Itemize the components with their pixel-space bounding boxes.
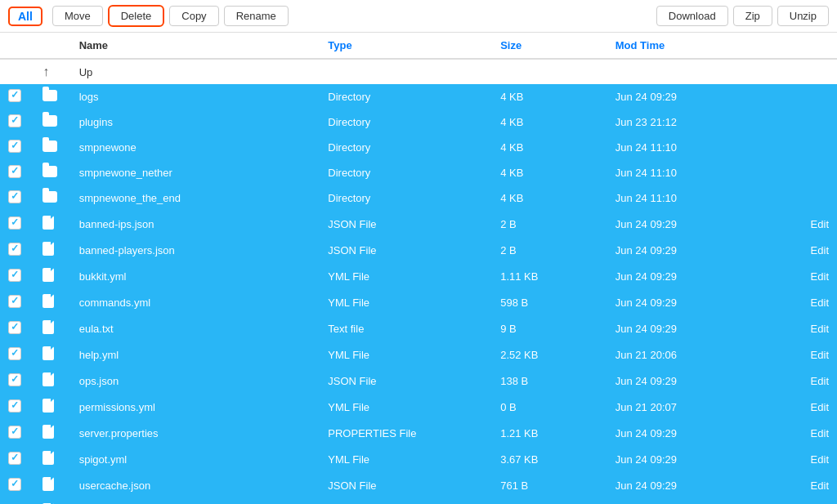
row-name[interactable]: usercache.json — [71, 472, 320, 498]
folder-icon — [43, 90, 57, 101]
edit-link[interactable]: Edit — [811, 427, 829, 439]
row-name[interactable]: ops.json — [71, 368, 320, 394]
edit-link[interactable]: Edit — [811, 218, 829, 230]
checkbox[interactable] — [8, 190, 21, 203]
all-button[interactable]: All — [8, 7, 43, 26]
checkbox[interactable] — [8, 321, 21, 334]
up-name[interactable]: Up — [71, 59, 320, 84]
checkbox[interactable] — [8, 295, 21, 308]
checkbox[interactable] — [8, 426, 21, 439]
row-check[interactable] — [0, 84, 34, 109]
checkbox[interactable] — [8, 399, 21, 413]
checkbox[interactable] — [8, 89, 21, 102]
row-check[interactable] — [0, 368, 34, 394]
checkbox[interactable] — [8, 140, 21, 153]
row-name[interactable]: smpnewone — [71, 135, 320, 160]
row-size: 4 KB — [492, 109, 607, 135]
file-icon — [43, 346, 54, 360]
row-type: JSON File — [320, 368, 492, 394]
download-button[interactable]: Download — [656, 6, 728, 26]
row-name[interactable]: smpnewone_nether — [71, 160, 320, 185]
row-name[interactable]: plugins — [71, 109, 320, 135]
row-size: 138 B — [492, 368, 607, 394]
row-check[interactable] — [0, 341, 34, 368]
copy-button[interactable]: Copy — [169, 6, 218, 26]
row-check[interactable] — [0, 498, 34, 504]
row-icon-cell — [34, 135, 71, 160]
edit-link[interactable]: Edit — [811, 401, 829, 413]
row-name[interactable]: eula.txt — [71, 315, 320, 341]
row-check[interactable] — [0, 211, 34, 237]
row-size: 2.52 KB — [492, 341, 607, 368]
row-name[interactable]: commands.yml — [71, 289, 320, 315]
move-button[interactable]: Move — [52, 6, 103, 26]
row-mod-time: Jun 23 21:12 — [607, 109, 780, 135]
row-mod-time: Jun 21 20:07 — [607, 394, 780, 420]
up-type — [320, 59, 492, 84]
table-row: whitelist.json JSON File 2 B Jun 21 20:0… — [0, 498, 837, 504]
edit-link[interactable]: Edit — [811, 479, 829, 492]
row-name[interactable]: server.properties — [71, 420, 320, 446]
edit-link[interactable]: Edit — [811, 270, 829, 283]
row-icon-cell — [34, 185, 71, 211]
row-name[interactable]: logs — [71, 84, 320, 109]
checkbox[interactable] — [8, 478, 21, 491]
edit-link[interactable]: Edit — [811, 297, 829, 309]
checkbox[interactable] — [8, 165, 21, 178]
row-check[interactable] — [0, 135, 34, 160]
row-name[interactable]: banned-ips.json — [71, 211, 320, 237]
row-size: 0 B — [492, 394, 607, 420]
row-size: 4 KB — [492, 84, 607, 109]
checkbox[interactable] — [8, 452, 21, 465]
checkbox[interactable] — [8, 216, 21, 230]
delete-button[interactable]: Delete — [108, 5, 165, 27]
edit-link[interactable]: Edit — [811, 323, 829, 335]
row-check[interactable] — [0, 289, 34, 315]
checkbox[interactable] — [8, 373, 21, 386]
row-size: 761 B — [492, 472, 607, 498]
folder-icon — [43, 191, 57, 203]
table-row: usercache.json JSON File 761 B Jun 24 09… — [0, 472, 837, 498]
toolbar-right: Download Zip Unzip — [656, 6, 829, 26]
row-check[interactable] — [0, 237, 34, 263]
checkbox[interactable] — [8, 114, 21, 127]
zip-button[interactable]: Zip — [733, 6, 772, 26]
rename-button[interactable]: Rename — [224, 6, 289, 26]
table-row: plugins Directory 4 KB Jun 23 21:12 — [0, 109, 837, 135]
row-icon-cell — [34, 420, 71, 446]
folder-icon — [43, 166, 57, 177]
row-check[interactable] — [0, 185, 34, 211]
row-mod-time: Jun 24 09:29 — [607, 420, 780, 446]
unzip-button[interactable]: Unzip — [777, 6, 829, 26]
up-row[interactable]: ↑ Up — [0, 59, 837, 84]
row-name[interactable]: permissions.yml — [71, 394, 320, 420]
row-name[interactable]: bukkit.yml — [71, 263, 320, 289]
checkbox[interactable] — [8, 347, 21, 360]
row-mod-time: Jun 24 09:29 — [607, 472, 780, 498]
row-check[interactable] — [0, 420, 34, 446]
edit-link[interactable]: Edit — [811, 244, 829, 256]
row-check[interactable] — [0, 472, 34, 498]
row-name[interactable]: smpnewone_the_end — [71, 185, 320, 211]
row-check[interactable] — [0, 446, 34, 472]
row-check[interactable] — [0, 315, 34, 341]
row-check[interactable] — [0, 263, 34, 289]
row-check[interactable] — [0, 160, 34, 185]
row-name[interactable]: whitelist.json — [71, 498, 320, 504]
row-type: JSON File — [320, 498, 492, 504]
folder-icon — [43, 115, 57, 127]
row-icon-cell — [34, 211, 71, 237]
row-name[interactable]: banned-players.json — [71, 237, 320, 263]
row-check[interactable] — [0, 394, 34, 420]
file-icon — [43, 425, 54, 439]
edit-link[interactable]: Edit — [811, 453, 829, 466]
row-check[interactable] — [0, 109, 34, 135]
row-name[interactable]: spigot.yml — [71, 446, 320, 472]
row-name[interactable]: help.yml — [71, 341, 320, 368]
edit-link[interactable]: Edit — [811, 349, 829, 361]
file-icon — [43, 216, 54, 230]
edit-link[interactable]: Edit — [811, 375, 829, 387]
checkbox[interactable] — [8, 243, 21, 256]
row-edit-cell: Edit — [780, 394, 837, 420]
checkbox[interactable] — [8, 269, 21, 282]
